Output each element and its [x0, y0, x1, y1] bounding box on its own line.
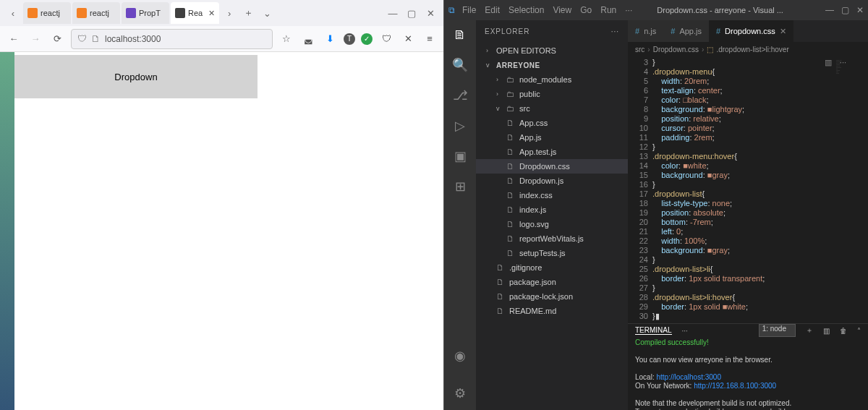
file-item[interactable]: 🗋package-lock.json	[476, 289, 628, 304]
menu-item[interactable]: View	[553, 5, 571, 15]
file-item[interactable]: 🗋Dropdown.css	[476, 159, 628, 174]
project-root[interactable]: vARREYONE	[476, 58, 628, 72]
file-item[interactable]: 🗋App.js	[476, 130, 628, 145]
download-icon[interactable]: ⬇	[322, 31, 338, 47]
collapse-panel-icon[interactable]: ˄	[857, 327, 861, 335]
line-gutter: 3456789101112131415161718192021222324252…	[628, 56, 652, 323]
menu-item[interactable]: Selection	[509, 5, 544, 15]
extensions-icon[interactable]: ▣	[454, 148, 467, 164]
minimize-icon[interactable]: —	[825, 5, 834, 15]
bookmark-icon[interactable]: ☆	[278, 31, 294, 47]
maximize-icon[interactable]: ▢	[403, 4, 420, 22]
browser-tab[interactable]: PropT	[122, 2, 169, 24]
shield-icon: 🛡︎	[77, 33, 87, 44]
file-item[interactable]: 🗋index.css	[476, 188, 628, 202]
menu-item[interactable]: File	[462, 5, 476, 15]
file-item[interactable]: 🗋package.json	[476, 275, 628, 289]
pocket-icon[interactable]: ◛	[300, 31, 316, 47]
nav-forward-icon[interactable]: →	[27, 31, 43, 47]
explorer-icon[interactable]: 🗎	[454, 27, 467, 43]
menu-item[interactable]: Edit	[485, 5, 500, 15]
code-editor[interactable]: 3456789101112131415161718192021222324252…	[628, 56, 868, 323]
file-item[interactable]: 🗋App.test.js	[476, 145, 628, 159]
code-content[interactable]: }.dropdown-menu{ width: 20rem; text-alig…	[652, 56, 835, 323]
vscode-logo-icon: ⧉	[448, 5, 455, 15]
maximize-icon[interactable]: ▢	[841, 5, 849, 15]
kill-terminal-icon[interactable]: 🗑	[840, 327, 847, 335]
shell-select[interactable]: 1: node	[759, 324, 796, 337]
extension-icon[interactable]: ✓	[361, 33, 373, 45]
file-item[interactable]: 🗋logo.svg	[476, 217, 628, 231]
editor-tab[interactable]: #App.js	[663, 20, 709, 42]
menu-item[interactable]: Go	[580, 5, 592, 15]
editor-tab[interactable]: #n.js	[628, 20, 663, 42]
gear-icon[interactable]: ⚙	[454, 385, 466, 401]
more-icon[interactable]: ···	[840, 58, 846, 67]
explorer-header: EXPLORER ···	[476, 20, 628, 42]
extension-icon[interactable]: T	[344, 33, 355, 45]
file-item[interactable]: 🗋App.css	[476, 116, 628, 130]
remote-icon[interactable]: ⊞	[455, 179, 466, 195]
file-item[interactable]: 🗋index.js	[476, 202, 628, 217]
terminal-output[interactable]: Compiled successfully! You can now view …	[628, 337, 868, 410]
url-bar[interactable]: 🛡︎ 🗋 localhost:3000	[71, 29, 273, 49]
close-icon[interactable]: ✕	[422, 4, 439, 22]
new-tab-icon[interactable]: ＋	[239, 4, 257, 22]
debug-icon[interactable]: ▷	[455, 118, 465, 134]
nav-back-icon[interactable]: ←	[6, 31, 22, 47]
file-item[interactable]: 🗋README.md	[476, 304, 628, 318]
breadcrumbs[interactable]: src› Dropdown.css› ⬚ .dropdown-list>li:h…	[628, 42, 868, 56]
tab-label: PropT	[139, 9, 161, 17]
editor-tab[interactable]: #Dropdown.css✕	[709, 20, 793, 42]
browser-tab[interactable]: reactj	[23, 2, 71, 24]
close-tab-icon[interactable]: ✕	[780, 27, 786, 36]
tab-close-icon[interactable]: ✕	[205, 9, 215, 18]
file-item[interactable]: 🗋.gitignore	[476, 260, 628, 275]
menu-item[interactable]: ···	[625, 5, 632, 15]
source-control-icon[interactable]: ⎇	[453, 87, 468, 103]
reload-icon[interactable]: ⟳	[49, 31, 65, 47]
firefox-window: ‹ reactj reactj PropT Rea✕ › ＋ ⌄ — ▢ ✕ ←…	[0, 0, 444, 410]
more-icon[interactable]: ···	[682, 327, 688, 335]
decorative-stripe	[0, 52, 14, 410]
folder-item[interactable]: ›🗀node_modules	[476, 72, 628, 87]
tab-label: reactj	[41, 9, 60, 17]
file-item[interactable]: 🗋reportWebVitals.js	[476, 231, 628, 246]
menu-item[interactable]: Run	[600, 5, 616, 15]
file-item[interactable]: 🗋setupTests.js	[476, 246, 628, 260]
tab-back-icon[interactable]: ‹	[4, 4, 22, 22]
extension-icon[interactable]: 🛡	[378, 31, 394, 47]
dropdown-demo-button[interactable]: Dropdown	[14, 55, 258, 98]
new-terminal-icon[interactable]: ＋	[806, 325, 813, 336]
minimize-icon[interactable]: —	[384, 4, 401, 22]
tab-forward-icon[interactable]: ›	[221, 4, 238, 22]
browser-tab[interactable]: reactj	[72, 2, 120, 24]
vscode-window: ⧉ FileEditSelectionViewGoRun··· Dropdown…	[444, 0, 868, 410]
vscode-menu-bar: FileEditSelectionViewGoRun···	[462, 5, 632, 15]
explorer-sidebar: EXPLORER ··· ›OPEN EDITORS vARREYONE ›🗀n…	[476, 20, 628, 410]
open-editors-section[interactable]: ›OPEN EDITORS	[476, 43, 628, 58]
browser-tab-active[interactable]: Rea✕	[171, 2, 219, 24]
menu-icon[interactable]: ≡	[422, 31, 438, 47]
terminal-tab[interactable]: TERMINAL	[635, 326, 672, 335]
tab-label: Rea	[188, 9, 203, 17]
minimap[interactable]: xxxx xxx xxxxxxx xx xxxx xxxxx xxx xx xx…	[835, 56, 868, 323]
browser-toolbar: ← → ⟳ 🛡︎ 🗋 localhost:3000 ☆ ◛ ⬇ T ✓ 🛡 ✕ …	[0, 26, 443, 52]
editor-tab-strip: #n.js#App.js#Dropdown.css✕	[628, 20, 868, 42]
close-icon[interactable]: ✕	[856, 5, 864, 15]
vscode-title-bar: ⧉ FileEditSelectionViewGoRun··· Dropdown…	[444, 0, 868, 20]
account-icon[interactable]: ◉	[454, 348, 466, 364]
search-icon[interactable]: 🔍	[452, 57, 468, 73]
extension-icon[interactable]: ✕	[400, 31, 416, 47]
folder-item[interactable]: v🗀src	[476, 101, 628, 116]
folder-item[interactable]: ›🗀public	[476, 87, 628, 101]
split-editor-icon[interactable]: ▥	[825, 58, 832, 67]
split-terminal-icon[interactable]: ▥	[823, 327, 830, 335]
terminal-panel: TERMINAL ··· 1: node ＋ ▥ 🗑 ˄ Compiled su…	[628, 323, 868, 410]
tabs-dropdown-icon[interactable]: ⌄	[258, 4, 276, 22]
more-icon[interactable]: ···	[611, 27, 619, 35]
window-title: Dropdown.css - arreyone - Visual ...	[657, 6, 783, 14]
favicon-icon	[27, 8, 38, 18]
file-item[interactable]: 🗋Dropdown.js	[476, 174, 628, 188]
browser-tab-strip: ‹ reactj reactj PropT Rea✕ › ＋ ⌄ — ▢ ✕	[0, 0, 443, 26]
